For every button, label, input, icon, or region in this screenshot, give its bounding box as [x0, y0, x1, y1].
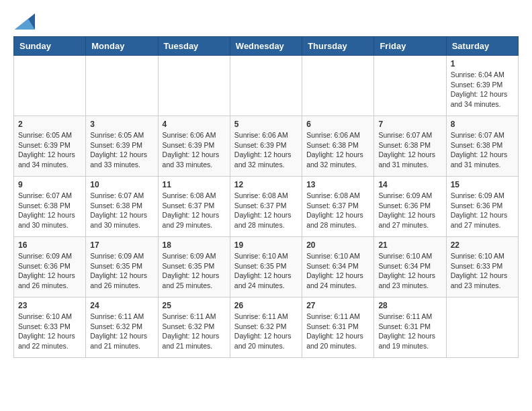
weekday-header-tuesday: Tuesday [158, 37, 230, 56]
calendar-cell: 3Sunrise: 6:05 AM Sunset: 6:39 PM Daylig… [86, 116, 158, 177]
day-number: 12 [234, 180, 298, 189]
day-info: Sunrise: 6:10 AM Sunset: 6:33 PM Dayligh… [18, 312, 81, 351]
calendar-cell: 19Sunrise: 6:10 AM Sunset: 6:35 PM Dayli… [230, 237, 302, 298]
day-number: 21 [378, 240, 441, 250]
calendar-cell: 1Sunrise: 6:04 AM Sunset: 6:39 PM Daylig… [446, 56, 518, 116]
calendar-cell: 18Sunrise: 6:09 AM Sunset: 6:35 PM Dayli… [158, 237, 230, 298]
day-info: Sunrise: 6:10 AM Sunset: 6:35 PM Dayligh… [234, 251, 298, 291]
weekday-header-thursday: Thursday [302, 37, 374, 56]
day-number: 13 [306, 180, 369, 189]
day-info: Sunrise: 6:08 AM Sunset: 6:37 PM Dayligh… [306, 191, 369, 230]
logo [13, 13, 35, 30]
calendar-cell: 10Sunrise: 6:07 AM Sunset: 6:38 PM Dayli… [86, 177, 158, 237]
weekday-header-wednesday: Wednesday [230, 37, 302, 56]
day-number: 15 [451, 180, 514, 189]
day-info: Sunrise: 6:11 AM Sunset: 6:31 PM Dayligh… [306, 312, 369, 351]
calendar-cell: 4Sunrise: 6:06 AM Sunset: 6:39 PM Daylig… [158, 116, 230, 177]
day-info: Sunrise: 6:06 AM Sunset: 6:39 PM Dayligh… [234, 130, 298, 170]
day-info: Sunrise: 6:05 AM Sunset: 6:39 PM Dayligh… [90, 130, 153, 170]
calendar-cell: 21Sunrise: 6:10 AM Sunset: 6:34 PM Dayli… [374, 237, 446, 298]
calendar-cell: 15Sunrise: 6:09 AM Sunset: 6:36 PM Dayli… [446, 177, 518, 237]
day-info: Sunrise: 6:07 AM Sunset: 6:38 PM Dayligh… [451, 130, 514, 170]
calendar-week-2: 2Sunrise: 6:05 AM Sunset: 6:39 PM Daylig… [14, 116, 519, 177]
day-info: Sunrise: 6:09 AM Sunset: 6:36 PM Dayligh… [451, 191, 514, 230]
calendar-cell: 27Sunrise: 6:11 AM Sunset: 6:31 PM Dayli… [302, 298, 374, 358]
weekday-header-friday: Friday [374, 37, 446, 56]
calendar-cell: 28Sunrise: 6:11 AM Sunset: 6:31 PM Dayli… [374, 298, 446, 358]
day-info: Sunrise: 6:11 AM Sunset: 6:32 PM Dayligh… [234, 312, 298, 351]
day-number: 27 [306, 301, 369, 310]
day-number: 18 [163, 240, 226, 250]
day-number: 5 [234, 120, 298, 129]
calendar-cell [446, 298, 518, 358]
calendar-cell: 12Sunrise: 6:08 AM Sunset: 6:37 PM Dayli… [230, 177, 302, 237]
day-number: 22 [451, 240, 514, 250]
day-info: Sunrise: 6:10 AM Sunset: 6:34 PM Dayligh… [378, 251, 441, 291]
day-number: 28 [378, 301, 441, 310]
calendar-cell: 26Sunrise: 6:11 AM Sunset: 6:32 PM Dayli… [230, 298, 302, 358]
logo-icon [15, 13, 35, 30]
day-info: Sunrise: 6:05 AM Sunset: 6:39 PM Dayligh… [18, 130, 81, 170]
calendar-cell: 25Sunrise: 6:11 AM Sunset: 6:32 PM Dayli… [158, 298, 230, 358]
day-number: 25 [163, 301, 226, 310]
day-info: Sunrise: 6:07 AM Sunset: 6:38 PM Dayligh… [18, 191, 81, 230]
calendar-week-4: 16Sunrise: 6:09 AM Sunset: 6:36 PM Dayli… [14, 237, 519, 298]
calendar-week-5: 23Sunrise: 6:10 AM Sunset: 6:33 PM Dayli… [14, 298, 519, 358]
calendar-cell: 17Sunrise: 6:09 AM Sunset: 6:35 PM Dayli… [86, 237, 158, 298]
calendar-cell: 9Sunrise: 6:07 AM Sunset: 6:38 PM Daylig… [14, 177, 86, 237]
day-number: 20 [306, 240, 369, 250]
calendar-cell [302, 56, 374, 116]
day-number: 8 [451, 120, 514, 129]
calendar-cell: 8Sunrise: 6:07 AM Sunset: 6:38 PM Daylig… [446, 116, 518, 177]
calendar-cell [158, 56, 230, 116]
day-info: Sunrise: 6:11 AM Sunset: 6:31 PM Dayligh… [378, 312, 441, 351]
day-number: 19 [234, 240, 298, 250]
calendar-cell: 22Sunrise: 6:10 AM Sunset: 6:33 PM Dayli… [446, 237, 518, 298]
day-number: 1 [451, 59, 514, 68]
day-number: 9 [18, 180, 81, 189]
day-info: Sunrise: 6:07 AM Sunset: 6:38 PM Dayligh… [90, 191, 153, 230]
calendar-table: SundayMondayTuesdayWednesdayThursdayFrid… [13, 36, 519, 358]
day-info: Sunrise: 6:09 AM Sunset: 6:35 PM Dayligh… [163, 251, 226, 291]
weekday-header-saturday: Saturday [446, 37, 518, 56]
day-number: 26 [234, 301, 298, 310]
calendar-cell: 24Sunrise: 6:11 AM Sunset: 6:32 PM Dayli… [86, 298, 158, 358]
calendar-cell: 2Sunrise: 6:05 AM Sunset: 6:39 PM Daylig… [14, 116, 86, 177]
day-info: Sunrise: 6:06 AM Sunset: 6:39 PM Dayligh… [163, 130, 226, 170]
day-number: 23 [18, 301, 81, 310]
calendar-cell [14, 56, 86, 116]
weekday-header-monday: Monday [86, 37, 158, 56]
calendar-cell: 7Sunrise: 6:07 AM Sunset: 6:38 PM Daylig… [374, 116, 446, 177]
calendar-cell: 20Sunrise: 6:10 AM Sunset: 6:34 PM Dayli… [302, 237, 374, 298]
calendar-cell: 5Sunrise: 6:06 AM Sunset: 6:39 PM Daylig… [230, 116, 302, 177]
day-number: 3 [90, 120, 153, 129]
calendar-cell: 14Sunrise: 6:09 AM Sunset: 6:36 PM Dayli… [374, 177, 446, 237]
day-info: Sunrise: 6:09 AM Sunset: 6:35 PM Dayligh… [90, 251, 153, 291]
weekday-header-row: SundayMondayTuesdayWednesdayThursdayFrid… [14, 37, 519, 56]
calendar-cell: 11Sunrise: 6:08 AM Sunset: 6:37 PM Dayli… [158, 177, 230, 237]
calendar-cell [374, 56, 446, 116]
day-info: Sunrise: 6:07 AM Sunset: 6:38 PM Dayligh… [378, 130, 441, 170]
day-info: Sunrise: 6:11 AM Sunset: 6:32 PM Dayligh… [90, 312, 153, 351]
day-number: 16 [18, 240, 81, 250]
calendar-cell: 23Sunrise: 6:10 AM Sunset: 6:33 PM Dayli… [14, 298, 86, 358]
day-info: Sunrise: 6:08 AM Sunset: 6:37 PM Dayligh… [163, 191, 226, 230]
day-info: Sunrise: 6:08 AM Sunset: 6:37 PM Dayligh… [234, 191, 298, 230]
calendar-week-3: 9Sunrise: 6:07 AM Sunset: 6:38 PM Daylig… [14, 177, 519, 237]
calendar-cell: 16Sunrise: 6:09 AM Sunset: 6:36 PM Dayli… [14, 237, 86, 298]
calendar-week-1: 1Sunrise: 6:04 AM Sunset: 6:39 PM Daylig… [14, 56, 519, 116]
day-number: 2 [18, 120, 81, 129]
day-info: Sunrise: 6:09 AM Sunset: 6:36 PM Dayligh… [378, 191, 441, 230]
day-number: 11 [163, 180, 226, 189]
day-number: 17 [90, 240, 153, 250]
day-number: 7 [378, 120, 441, 129]
weekday-header-sunday: Sunday [14, 37, 86, 56]
day-number: 10 [90, 180, 153, 189]
calendar-cell [86, 56, 158, 116]
day-number: 14 [378, 180, 441, 189]
calendar-cell [230, 56, 302, 116]
page-header [13, 13, 519, 30]
day-info: Sunrise: 6:10 AM Sunset: 6:33 PM Dayligh… [451, 251, 514, 291]
day-info: Sunrise: 6:04 AM Sunset: 6:39 PM Dayligh… [451, 70, 514, 109]
day-info: Sunrise: 6:11 AM Sunset: 6:32 PM Dayligh… [163, 312, 226, 351]
